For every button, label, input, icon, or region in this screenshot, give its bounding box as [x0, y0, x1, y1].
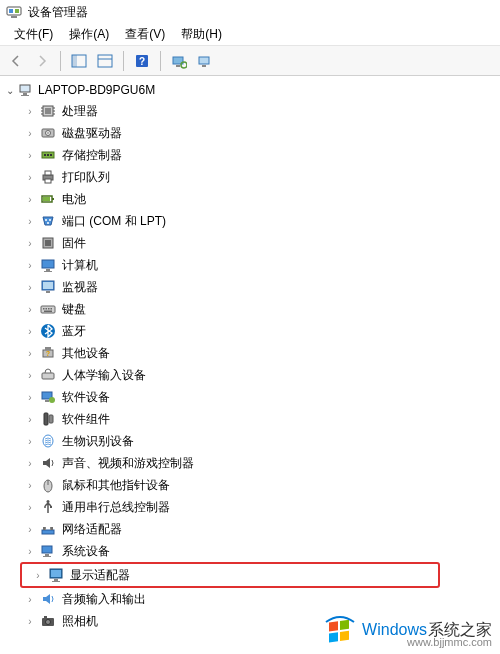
tree-node-bluetooth[interactable]: ›蓝牙	[18, 320, 500, 342]
tree-node-label: 音频输入和输出	[62, 591, 146, 608]
svg-rect-14	[202, 65, 206, 67]
battery-icon	[40, 191, 56, 207]
svg-rect-19	[340, 620, 349, 630]
watermark-url: www.bjjmmc.com	[407, 636, 492, 648]
expander-icon[interactable]: ›	[24, 128, 36, 139]
tree-node-label: 照相机	[62, 613, 98, 630]
tree-node-printer[interactable]: ›打印队列	[18, 166, 500, 188]
display-icon	[48, 567, 64, 583]
expander-icon[interactable]: ›	[24, 414, 36, 425]
expander-icon[interactable]: ›	[24, 616, 36, 627]
tree-node-keyboard[interactable]: ›键盘	[18, 298, 500, 320]
tree-node-cpu[interactable]: ›处理器	[18, 100, 500, 122]
system-icon	[40, 543, 56, 559]
help-button[interactable]: ?	[130, 49, 154, 73]
tree-node-network[interactable]: ›网络适配器	[18, 518, 500, 540]
tree-node-system[interactable]: ›系统设备	[18, 540, 500, 562]
tree-node-other[interactable]: ›其他设备	[18, 342, 500, 364]
tree-node-component[interactable]: ›软件组件	[18, 408, 500, 430]
expander-icon[interactable]: ›	[24, 502, 36, 513]
expander-icon[interactable]: ›	[24, 304, 36, 315]
expander-icon[interactable]: ›	[24, 282, 36, 293]
svg-rect-2	[15, 9, 19, 13]
back-button[interactable]	[4, 49, 28, 73]
toolbar: ?	[0, 46, 500, 76]
menu-help[interactable]: 帮助(H)	[173, 24, 230, 45]
svg-rect-15	[20, 85, 30, 92]
expander-icon[interactable]: ›	[24, 172, 36, 183]
svg-rect-13	[199, 57, 209, 64]
printer-icon	[40, 169, 56, 185]
other-icon	[40, 345, 56, 361]
scan-hardware-button[interactable]	[167, 49, 191, 73]
expander-icon[interactable]: ⌄	[4, 85, 16, 96]
expander-icon[interactable]: ›	[24, 524, 36, 535]
tree-node-disk[interactable]: ›磁盘驱动器	[18, 122, 500, 144]
expander-icon[interactable]: ›	[24, 436, 36, 447]
expander-icon[interactable]: ›	[24, 260, 36, 271]
tree-node-biometric[interactable]: ›生物识别设备	[18, 430, 500, 452]
tree-node-label: 端口 (COM 和 LPT)	[62, 213, 166, 230]
tree-node-firmware[interactable]: ›固件	[18, 232, 500, 254]
menu-view[interactable]: 查看(V)	[117, 24, 173, 45]
tree-node-label: 蓝牙	[62, 323, 86, 340]
tree-node-audio[interactable]: ›音频输入和输出	[18, 588, 500, 610]
menubar: 文件(F) 操作(A) 查看(V) 帮助(H)	[0, 24, 500, 46]
root-label: LAPTOP-BD9PGU6M	[38, 83, 155, 97]
expander-icon[interactable]: ›	[24, 194, 36, 205]
tree-root-node[interactable]: ⌄ LAPTOP-BD9PGU6M	[4, 80, 500, 100]
expander-icon[interactable]: ›	[24, 106, 36, 117]
tree-node-storage[interactable]: ›存储控制器	[18, 144, 500, 166]
svg-rect-5	[72, 55, 77, 67]
expander-icon[interactable]: ›	[24, 216, 36, 227]
camera-icon	[40, 613, 56, 629]
port-icon	[40, 213, 56, 229]
tree-node-label: 电池	[62, 191, 86, 208]
expander-icon[interactable]: ›	[24, 594, 36, 605]
show-hide-console-button[interactable]	[67, 49, 91, 73]
add-hardware-button[interactable]	[193, 49, 217, 73]
tree-node-label: 鼠标和其他指针设备	[62, 477, 170, 494]
expander-icon[interactable]: ›	[24, 348, 36, 359]
svg-rect-18	[329, 621, 338, 631]
tree-node-hid[interactable]: ›人体学输入设备	[18, 364, 500, 386]
expander-icon[interactable]: ›	[24, 480, 36, 491]
menu-action[interactable]: 操作(A)	[61, 24, 117, 45]
properties-button[interactable]	[93, 49, 117, 73]
tree-node-usb[interactable]: ›通用串行总线控制器	[18, 496, 500, 518]
svg-rect-17	[21, 95, 29, 96]
firmware-icon	[40, 235, 56, 251]
menu-file[interactable]: 文件(F)	[6, 24, 61, 45]
tree-node-battery[interactable]: ›电池	[18, 188, 500, 210]
tree-node-mouse[interactable]: ›鼠标和其他指针设备	[18, 474, 500, 496]
expander-icon[interactable]: ›	[24, 546, 36, 557]
svg-point-12	[181, 62, 187, 68]
tree-node-software[interactable]: ›软件设备	[18, 386, 500, 408]
svg-rect-21	[340, 631, 349, 641]
tree-node-display[interactable]: ›显示适配器	[26, 564, 434, 586]
biometric-icon	[40, 433, 56, 449]
tree-node-port[interactable]: ›端口 (COM 和 LPT)	[18, 210, 500, 232]
expander-icon[interactable]: ›	[24, 150, 36, 161]
windows-logo-icon	[324, 614, 356, 646]
tree-node-label: 通用串行总线控制器	[62, 499, 170, 516]
svg-rect-11	[176, 65, 180, 67]
expander-icon[interactable]: ›	[24, 326, 36, 337]
forward-button[interactable]	[30, 49, 54, 73]
expander-icon[interactable]: ›	[24, 238, 36, 249]
tree-node-computer[interactable]: ›计算机	[18, 254, 500, 276]
tree-node-sound[interactable]: ›声音、视频和游戏控制器	[18, 452, 500, 474]
device-tree[interactable]: ⌄ LAPTOP-BD9PGU6M ›处理器›磁盘驱动器›存储控制器›打印队列›…	[0, 76, 500, 654]
disk-icon	[40, 125, 56, 141]
tree-node-monitor[interactable]: ›监视器	[18, 276, 500, 298]
expander-icon[interactable]: ›	[24, 458, 36, 469]
software-icon	[40, 389, 56, 405]
svg-rect-6	[98, 55, 112, 67]
tree-node-label: 打印队列	[62, 169, 110, 186]
svg-rect-3	[11, 16, 17, 18]
expander-icon[interactable]: ›	[24, 392, 36, 403]
titlebar: 设备管理器	[0, 0, 500, 24]
expander-icon[interactable]: ›	[24, 370, 36, 381]
usb-icon	[40, 499, 56, 515]
expander-icon[interactable]: ›	[32, 570, 44, 581]
